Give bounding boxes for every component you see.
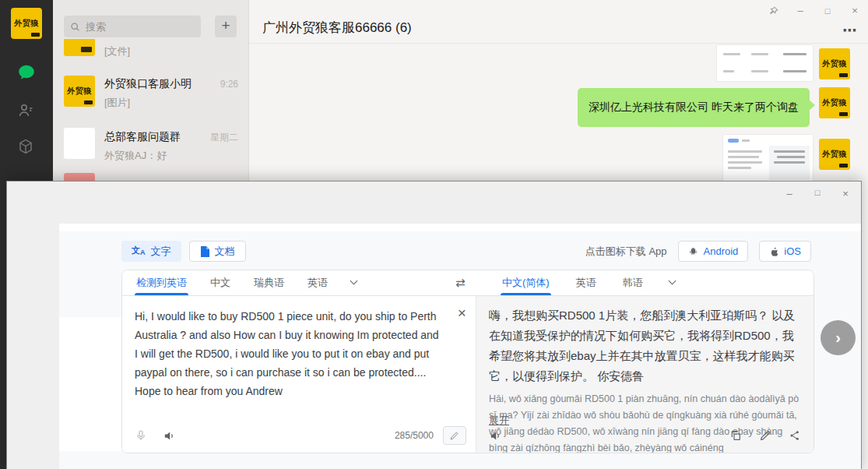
thumbnail-line xyxy=(783,70,807,72)
list-item[interactable]: 总部客服问题群 星期二 外贸狼AJ：好 xyxy=(53,122,249,173)
maximize-button[interactable]: □ xyxy=(821,5,834,17)
avatar-sub-badge xyxy=(839,164,848,168)
text-mode-button[interactable]: 文A 文字 xyxy=(121,241,181,262)
ios-label: iOS xyxy=(784,245,801,257)
source-lang-tab-english[interactable]: 英语 xyxy=(307,270,328,295)
translate-card: 检测到英语 中文 瑞典语 英语 ⇄ 中文(简体) 英语 韩语 xyxy=(121,270,814,453)
chat-subtitle: [文件] xyxy=(104,44,130,58)
chat-bubble-icon xyxy=(16,62,37,83)
page-top-strip xyxy=(59,224,861,231)
chat-subtitle: [图片] xyxy=(104,96,130,110)
sender-avatar[interactable]: 外贸狼 xyxy=(819,48,850,79)
mode-toolbar: 文A 文字 文档 xyxy=(121,241,246,262)
document-icon xyxy=(200,246,209,257)
source-panel[interactable]: Hi, I would like to buy RD500 1 piece un… xyxy=(122,296,476,453)
source-lang-tab-detected[interactable]: 检测到英语 xyxy=(136,270,187,295)
close-button[interactable]: × xyxy=(849,5,861,17)
language-tab-bar: 检测到英语 中文 瑞典语 英语 ⇄ 中文(简体) 英语 韩语 xyxy=(122,270,814,296)
listen-source-icon[interactable] xyxy=(163,429,176,443)
chat-avatar: 外贸狼 xyxy=(64,76,95,107)
avatar-brand-text: 外贸狼 xyxy=(67,86,92,97)
thumbnail-line xyxy=(751,70,768,72)
search-box[interactable] xyxy=(64,16,201,37)
group-avatar xyxy=(64,128,95,159)
sender-avatar[interactable]: 外贸狼 xyxy=(819,87,850,118)
document-mode-button[interactable]: 文档 xyxy=(189,241,246,262)
ios-download-button[interactable]: iOS xyxy=(759,241,811,262)
thumbnail-line xyxy=(728,150,762,153)
thumbnail-line xyxy=(728,167,751,169)
add-chat-button[interactable]: + xyxy=(215,16,237,37)
android-label: Android xyxy=(704,245,739,257)
listen-translation-icon[interactable] xyxy=(489,429,502,443)
target-lang-tab-english[interactable]: 英语 xyxy=(576,270,596,295)
minimize-button[interactable]: – xyxy=(783,188,796,199)
pin-icon[interactable] xyxy=(768,5,779,17)
app-download-area: 点击图标下载 App Android iOS xyxy=(585,241,811,262)
microphone-icon[interactable] xyxy=(135,429,147,442)
chats-tab[interactable] xyxy=(16,62,37,83)
conversation-title: 广州外贸狼客服66666 (6) xyxy=(262,19,412,37)
download-hint: 点击图标下载 App xyxy=(585,245,667,259)
translated-text: 嗨，我想购买RD500 1片装，您船到澳大利亚珀斯吗？ 以及在知道我受保护的情况… xyxy=(489,305,802,386)
swap-languages-icon[interactable]: ⇄ xyxy=(455,276,466,290)
source-lang-tab-swedish[interactable]: 瑞典语 xyxy=(254,270,284,295)
pencil-icon xyxy=(449,431,459,441)
thumbnail-line xyxy=(723,70,734,72)
suggest-edit-icon[interactable] xyxy=(759,429,771,442)
source-lang-tab-chinese[interactable]: 中文 xyxy=(210,270,230,295)
chevron-right-icon: › xyxy=(835,329,841,347)
thumbnail-line xyxy=(774,150,805,153)
avatar-sub-badge xyxy=(839,112,848,116)
document-mode-label: 文档 xyxy=(215,245,235,259)
copy-icon[interactable] xyxy=(729,429,742,442)
maximize-button[interactable]: □ xyxy=(811,188,824,199)
contacts-icon xyxy=(16,101,35,120)
avatar-sub-badge xyxy=(839,73,848,77)
avatar-sub-badge xyxy=(31,33,40,37)
chevron-down-icon[interactable] xyxy=(668,277,676,284)
user-avatar[interactable]: 外贸狼 xyxy=(11,8,42,39)
contacts-tab[interactable] xyxy=(16,101,37,122)
character-count: 285/5000 xyxy=(395,430,434,441)
avatar-brand-text: 外贸狼 xyxy=(822,149,847,160)
android-download-button[interactable]: Android xyxy=(678,241,749,262)
chevron-down-icon[interactable] xyxy=(350,277,358,284)
image-message[interactable] xyxy=(716,44,814,82)
collections-tab[interactable] xyxy=(16,137,37,157)
avatar-brand-text: 外贸狼 xyxy=(822,58,847,69)
text-message-bubble[interactable]: 深圳亿上光科技有限公司 昨天来了两个询盘 xyxy=(578,88,810,127)
sender-avatar[interactable]: 外贸狼 xyxy=(819,139,850,170)
share-icon[interactable] xyxy=(789,429,801,442)
image-message[interactable] xyxy=(722,134,814,182)
cube-icon xyxy=(16,137,35,156)
target-lang-tab-chinese-simplified[interactable]: 中文(简体) xyxy=(502,270,550,295)
target-lang-tab-korean[interactable]: 韩语 xyxy=(623,270,643,295)
list-item[interactable]: [文件] xyxy=(53,36,249,62)
thumbnail-line xyxy=(777,156,805,158)
list-item[interactable]: 外贸狼 外贸狼口客服小明 9:26 [图片] xyxy=(53,70,249,122)
chat-avatar xyxy=(64,39,95,56)
translation-panel: 嗨，我想购买RD500 1片装，您船到澳大利亚珀斯吗？ 以及在知道我受保护的情况… xyxy=(476,296,814,453)
clear-source-button[interactable]: × xyxy=(458,305,466,320)
source-text[interactable]: Hi, I would like to buy RD500 1 piece un… xyxy=(135,307,442,400)
page-left-margin xyxy=(59,317,121,451)
minimize-button[interactable]: – xyxy=(794,5,807,17)
chat-time: 星期二 xyxy=(210,131,238,144)
chat-title: 总部客服问题群 xyxy=(104,130,181,144)
translator-titlebar: – □ × xyxy=(7,182,861,224)
more-options-button[interactable]: ⋯ xyxy=(842,22,857,39)
apple-icon xyxy=(769,246,778,257)
thumbnail-line xyxy=(742,139,750,142)
source-language-tabs: 检测到英语 中文 瑞典语 英语 xyxy=(136,270,357,295)
forward-button[interactable]: › xyxy=(821,320,856,355)
thumbnail-line xyxy=(774,161,805,164)
search-input[interactable] xyxy=(84,20,185,34)
text-mode-label: 文字 xyxy=(151,245,171,259)
edit-source-button[interactable] xyxy=(443,426,466,445)
thumbnail-line xyxy=(728,161,762,164)
avatar-brand-text: 外贸狼 xyxy=(14,18,39,29)
android-icon xyxy=(688,246,698,256)
close-button[interactable]: × xyxy=(839,188,852,199)
window-controls: – □ × xyxy=(783,188,852,199)
